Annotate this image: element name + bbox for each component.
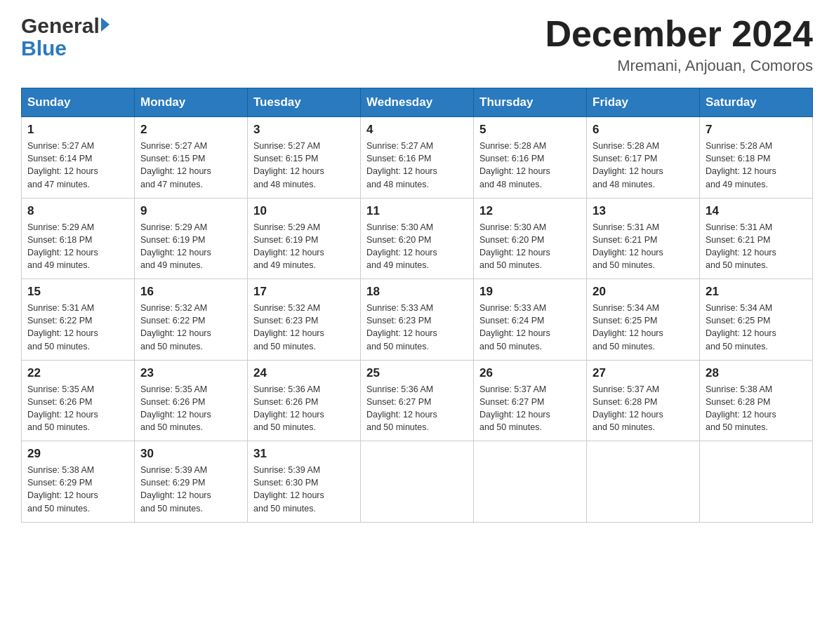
day-info: Sunrise: 5:30 AMSunset: 6:20 PMDaylight:… <box>479 221 581 272</box>
day-number: 20 <box>593 285 694 299</box>
day-info: Sunrise: 5:31 AMSunset: 6:21 PMDaylight:… <box>706 221 807 272</box>
calendar-week-row: 8Sunrise: 5:29 AMSunset: 6:18 PMDaylight… <box>22 198 813 279</box>
calendar-cell: 5Sunrise: 5:28 AMSunset: 6:16 PMDaylight… <box>474 117 587 199</box>
day-info: Sunrise: 5:28 AMSunset: 6:18 PMDaylight:… <box>706 140 807 191</box>
day-info: Sunrise: 5:27 AMSunset: 6:15 PMDaylight:… <box>253 140 355 191</box>
day-number: 17 <box>253 285 355 299</box>
day-info: Sunrise: 5:38 AMSunset: 6:29 PMDaylight:… <box>27 464 128 515</box>
calendar-cell: 1Sunrise: 5:27 AMSunset: 6:14 PMDaylight… <box>22 117 135 199</box>
day-info: Sunrise: 5:35 AMSunset: 6:26 PMDaylight:… <box>27 383 128 434</box>
day-info: Sunrise: 5:39 AMSunset: 6:29 PMDaylight:… <box>140 464 241 515</box>
day-info: Sunrise: 5:36 AMSunset: 6:27 PMDaylight:… <box>366 383 468 434</box>
day-number: 16 <box>140 285 241 299</box>
day-number: 29 <box>27 447 128 461</box>
day-info: Sunrise: 5:36 AMSunset: 6:26 PMDaylight:… <box>253 383 355 434</box>
day-number: 30 <box>140 447 241 461</box>
day-info: Sunrise: 5:35 AMSunset: 6:26 PMDaylight:… <box>140 383 241 434</box>
logo-general-text: General <box>21 14 100 38</box>
calendar-cell: 15Sunrise: 5:31 AMSunset: 6:22 PMDayligh… <box>22 279 135 361</box>
calendar-cell <box>361 441 474 523</box>
day-info: Sunrise: 5:33 AMSunset: 6:24 PMDaylight:… <box>479 302 581 353</box>
calendar-cell: 29Sunrise: 5:38 AMSunset: 6:29 PMDayligh… <box>22 441 135 523</box>
calendar-table: SundayMondayTuesdayWednesdayThursdayFrid… <box>21 88 813 523</box>
day-info: Sunrise: 5:37 AMSunset: 6:27 PMDaylight:… <box>479 383 581 434</box>
calendar-cell: 17Sunrise: 5:32 AMSunset: 6:23 PMDayligh… <box>248 279 361 361</box>
calendar-cell: 18Sunrise: 5:33 AMSunset: 6:23 PMDayligh… <box>361 279 474 361</box>
day-number: 22 <box>27 366 128 380</box>
day-number: 1 <box>27 123 128 137</box>
day-number: 25 <box>366 366 468 380</box>
day-number: 21 <box>706 285 807 299</box>
day-number: 19 <box>479 285 581 299</box>
day-number: 14 <box>706 204 807 218</box>
calendar-header-friday: Friday <box>587 88 700 117</box>
day-number: 18 <box>366 285 468 299</box>
day-info: Sunrise: 5:31 AMSunset: 6:22 PMDaylight:… <box>27 302 128 353</box>
day-info: Sunrise: 5:28 AMSunset: 6:16 PMDaylight:… <box>479 140 581 191</box>
calendar-cell: 4Sunrise: 5:27 AMSunset: 6:16 PMDaylight… <box>361 117 474 199</box>
calendar-week-row: 29Sunrise: 5:38 AMSunset: 6:29 PMDayligh… <box>22 441 813 523</box>
day-number: 7 <box>706 123 807 137</box>
day-number: 15 <box>27 285 128 299</box>
calendar-cell: 2Sunrise: 5:27 AMSunset: 6:15 PMDaylight… <box>135 117 248 199</box>
calendar-week-row: 1Sunrise: 5:27 AMSunset: 6:14 PMDaylight… <box>22 117 813 199</box>
calendar-week-row: 15Sunrise: 5:31 AMSunset: 6:22 PMDayligh… <box>22 279 813 361</box>
calendar-cell: 12Sunrise: 5:30 AMSunset: 6:20 PMDayligh… <box>474 198 587 279</box>
calendar-cell: 6Sunrise: 5:28 AMSunset: 6:17 PMDaylight… <box>587 117 700 199</box>
calendar-cell: 31Sunrise: 5:39 AMSunset: 6:30 PMDayligh… <box>248 441 361 523</box>
day-info: Sunrise: 5:39 AMSunset: 6:30 PMDaylight:… <box>253 464 355 515</box>
calendar-header-monday: Monday <box>135 88 248 117</box>
calendar-cell: 8Sunrise: 5:29 AMSunset: 6:18 PMDaylight… <box>22 198 135 279</box>
day-number: 8 <box>27 204 128 218</box>
calendar-header-tuesday: Tuesday <box>248 88 361 117</box>
day-number: 31 <box>253 447 355 461</box>
logo-blue-text: Blue <box>21 38 67 59</box>
calendar-cell <box>587 441 700 523</box>
calendar-cell <box>474 441 587 523</box>
day-info: Sunrise: 5:34 AMSunset: 6:25 PMDaylight:… <box>593 302 694 353</box>
day-number: 5 <box>479 123 581 137</box>
day-number: 28 <box>706 366 807 380</box>
calendar-cell: 25Sunrise: 5:36 AMSunset: 6:27 PMDayligh… <box>361 360 474 441</box>
calendar-cell: 7Sunrise: 5:28 AMSunset: 6:18 PMDaylight… <box>700 117 813 199</box>
day-info: Sunrise: 5:27 AMSunset: 6:16 PMDaylight:… <box>366 140 468 191</box>
calendar-cell: 30Sunrise: 5:39 AMSunset: 6:29 PMDayligh… <box>135 441 248 523</box>
calendar-cell: 9Sunrise: 5:29 AMSunset: 6:19 PMDaylight… <box>135 198 248 279</box>
calendar-cell: 11Sunrise: 5:30 AMSunset: 6:20 PMDayligh… <box>361 198 474 279</box>
day-number: 4 <box>366 123 468 137</box>
calendar-cell: 28Sunrise: 5:38 AMSunset: 6:28 PMDayligh… <box>700 360 813 441</box>
calendar-header-saturday: Saturday <box>700 88 813 117</box>
calendar-cell <box>700 441 813 523</box>
calendar-header-thursday: Thursday <box>474 88 587 117</box>
day-info: Sunrise: 5:32 AMSunset: 6:23 PMDaylight:… <box>253 302 355 353</box>
calendar-cell: 27Sunrise: 5:37 AMSunset: 6:28 PMDayligh… <box>587 360 700 441</box>
page-header: General Blue December 2024 Mremani, Anjo… <box>21 14 813 75</box>
day-info: Sunrise: 5:29 AMSunset: 6:19 PMDaylight:… <box>140 221 241 272</box>
calendar-cell: 19Sunrise: 5:33 AMSunset: 6:24 PMDayligh… <box>474 279 587 361</box>
calendar-cell: 3Sunrise: 5:27 AMSunset: 6:15 PMDaylight… <box>248 117 361 199</box>
day-info: Sunrise: 5:33 AMSunset: 6:23 PMDaylight:… <box>366 302 468 353</box>
day-number: 10 <box>253 204 355 218</box>
calendar-week-row: 22Sunrise: 5:35 AMSunset: 6:26 PMDayligh… <box>22 360 813 441</box>
calendar-cell: 14Sunrise: 5:31 AMSunset: 6:21 PMDayligh… <box>700 198 813 279</box>
calendar-cell: 13Sunrise: 5:31 AMSunset: 6:21 PMDayligh… <box>587 198 700 279</box>
day-info: Sunrise: 5:38 AMSunset: 6:28 PMDaylight:… <box>706 383 807 434</box>
title-section: December 2024 Mremani, Anjouan, Comoros <box>545 14 813 75</box>
calendar-cell: 24Sunrise: 5:36 AMSunset: 6:26 PMDayligh… <box>248 360 361 441</box>
calendar-cell: 21Sunrise: 5:34 AMSunset: 6:25 PMDayligh… <box>700 279 813 361</box>
calendar-cell: 20Sunrise: 5:34 AMSunset: 6:25 PMDayligh… <box>587 279 700 361</box>
day-number: 24 <box>253 366 355 380</box>
day-info: Sunrise: 5:31 AMSunset: 6:21 PMDaylight:… <box>593 221 694 272</box>
day-number: 23 <box>140 366 241 380</box>
day-number: 11 <box>366 204 468 218</box>
day-number: 27 <box>593 366 694 380</box>
day-info: Sunrise: 5:27 AMSunset: 6:15 PMDaylight:… <box>140 140 241 191</box>
day-number: 9 <box>140 204 241 218</box>
calendar-cell: 23Sunrise: 5:35 AMSunset: 6:26 PMDayligh… <box>135 360 248 441</box>
day-number: 13 <box>593 204 694 218</box>
location-text: Mremani, Anjouan, Comoros <box>545 57 813 75</box>
calendar-cell: 10Sunrise: 5:29 AMSunset: 6:19 PMDayligh… <box>248 198 361 279</box>
day-number: 3 <box>253 123 355 137</box>
day-info: Sunrise: 5:30 AMSunset: 6:20 PMDaylight:… <box>366 221 468 272</box>
day-info: Sunrise: 5:29 AMSunset: 6:19 PMDaylight:… <box>253 221 355 272</box>
